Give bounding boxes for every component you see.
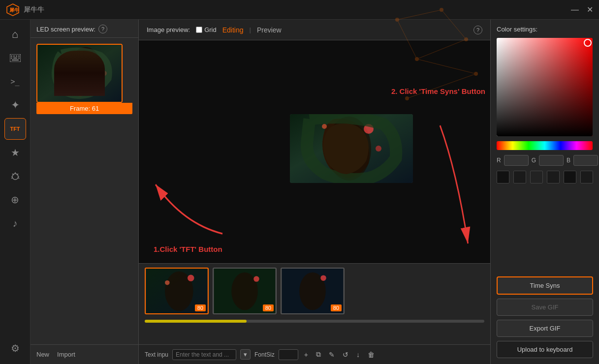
delete-icon-btn[interactable]: 🗑 — [366, 350, 377, 360]
rgb-row: R 255 G 255 B 255 — [497, 155, 593, 166]
r-value-input[interactable]: 255 — [504, 155, 529, 166]
close-button[interactable]: ✕ — [587, 5, 593, 14]
font-size-input[interactable]: 16 — [279, 349, 298, 360]
tab-editing[interactable]: Editing — [222, 26, 244, 34]
center-canvas: 1.Click 'TFT' Button 2. Click 'Time Syns… — [139, 40, 490, 263]
download-icon-btn[interactable]: ↓ — [354, 350, 362, 360]
title-bar-left: 犀牛 犀牛牛 — [6, 3, 44, 17]
svg-rect-10 — [12, 60, 19, 61]
sidebar: ⌂ >_ ✦ TFT ★ ⊕ ♪ ⚙ — [0, 20, 31, 364]
right-buttons: Time Syns Save GIF Export GIF Upload to … — [497, 276, 593, 358]
color-panel: Color settings: — [491, 20, 599, 364]
b-value-input[interactable]: 255 — [573, 155, 598, 166]
sidebar-icon-music[interactable]: ♪ — [4, 212, 26, 234]
svg-point-21 — [91, 58, 98, 65]
text-input-label: Text inpu — [145, 351, 168, 358]
export-gif-button[interactable]: Export GIF — [497, 320, 593, 337]
main-layout: ⌂ >_ ✦ TFT ★ ⊕ ♪ ⚙ LED screen preview: ? — [0, 20, 599, 364]
color-swatch-6[interactable] — [580, 171, 593, 183]
svg-point-28 — [376, 146, 381, 152]
svg-point-35 — [165, 280, 170, 285]
svg-rect-7 — [11, 58, 12, 59]
main-preview-image — [290, 114, 413, 183]
led-panel-header: LED screen preview: ? — [31, 20, 138, 38]
text-input-dropdown[interactable]: ▾ — [240, 349, 251, 360]
color-swatch-1[interactable] — [497, 171, 509, 183]
preview-image-svg — [290, 114, 413, 183]
filmstrip-area: 80 80 80 — [139, 263, 490, 344]
sidebar-icon-home[interactable]: ⌂ — [4, 24, 26, 45]
title-bar-controls: — ✕ — [571, 5, 593, 14]
sidebar-icon-bug[interactable] — [4, 165, 26, 187]
color-swatch-3[interactable] — [530, 171, 543, 183]
time-syns-button[interactable]: Time Syns — [497, 276, 593, 295]
svg-point-22 — [63, 63, 69, 69]
image-preview-label: Image preview: — [147, 26, 190, 33]
film-thumb-2[interactable]: 80 — [213, 268, 277, 314]
frame-image-svg — [37, 45, 122, 102]
frame-thumbnail[interactable] — [36, 44, 123, 103]
svg-rect-9 — [18, 58, 20, 59]
g-label: G — [532, 157, 536, 164]
sidebar-icon-tft[interactable]: TFT — [4, 118, 26, 140]
svg-rect-5 — [16, 56, 17, 57]
color-swatch-2[interactable] — [513, 171, 526, 183]
sidebar-icon-star[interactable]: ★ — [4, 142, 26, 163]
bottom-toolbar: Text inpu ▾ FontSiz 16 + ⧉ ✎ ↺ ↓ 🗑 — [139, 344, 490, 364]
led-panel-title: LED screen preview: — [36, 26, 95, 33]
filmstrip: 80 80 80 — [145, 268, 484, 317]
grid-checkbox-input[interactable] — [196, 27, 202, 33]
b-label: B — [567, 157, 570, 164]
center-panel: Image preview: Grid Editing | Preview ? — [139, 20, 491, 364]
film-thumb-1[interactable]: 80 — [145, 268, 209, 314]
add-icon-btn[interactable]: + — [302, 350, 310, 360]
undo-icon-btn[interactable]: ↺ — [341, 350, 350, 360]
sidebar-icon-light[interactable]: ✦ — [4, 94, 26, 116]
svg-rect-43 — [497, 38, 593, 136]
color-swatches — [497, 171, 593, 183]
led-help-button[interactable]: ? — [98, 25, 107, 33]
frame-label: Frame: 61 — [36, 103, 132, 114]
copy-icon-btn[interactable]: ⧉ — [314, 349, 323, 360]
svg-line-17 — [11, 178, 12, 179]
svg-point-41 — [320, 275, 326, 280]
color-swatch-5[interactable] — [564, 171, 576, 183]
center-header-help: ? — [473, 26, 482, 34]
text-input-field[interactable] — [172, 349, 236, 360]
font-size-label: FontSiz — [254, 351, 275, 358]
g-value-input[interactable]: 255 — [539, 155, 564, 166]
app-title: 犀牛牛 — [24, 5, 44, 14]
color-picker-gradient[interactable] — [497, 38, 593, 136]
center-help-button[interactable]: ? — [473, 26, 482, 34]
tab-divider: | — [250, 26, 251, 33]
sidebar-icon-keyboard[interactable] — [4, 47, 26, 69]
svg-rect-4 — [13, 56, 15, 57]
upload-keyboard-button[interactable]: Upload to keyboard — [497, 341, 593, 358]
svg-rect-6 — [18, 56, 20, 57]
sidebar-icon-settings[interactable]: ⚙ — [4, 337, 26, 359]
color-swatch-4[interactable] — [547, 171, 560, 183]
new-button[interactable]: New — [36, 349, 49, 360]
import-button[interactable]: Import — [57, 349, 75, 360]
svg-point-38 — [253, 276, 259, 281]
svg-point-34 — [188, 274, 194, 281]
r-label: R — [497, 157, 501, 164]
annotation-2: 2. Click 'Time Syns' Button — [391, 87, 485, 95]
save-gif-button[interactable]: Save GIF — [497, 299, 593, 316]
sidebar-icon-globe[interactable]: ⊕ — [4, 189, 26, 211]
svg-point-20 — [69, 47, 102, 95]
led-panel-content: Frame: 61 — [31, 38, 138, 344]
center-header: Image preview: Grid Editing | Preview ? — [139, 20, 490, 40]
progress-bar-container — [145, 320, 484, 323]
tab-preview[interactable]: Preview — [257, 26, 282, 34]
grid-checkbox[interactable]: Grid — [196, 26, 217, 33]
film-badge-3: 80 — [331, 304, 342, 311]
sidebar-icon-terminal[interactable]: >_ — [4, 71, 26, 92]
annotation-1: 1.Click 'TFT' Button — [154, 245, 222, 253]
edit-icon-btn[interactable]: ✎ — [327, 350, 337, 360]
grid-label: Grid — [204, 26, 217, 33]
color-hue-bar[interactable] — [497, 141, 593, 150]
title-bar: 犀牛 犀牛牛 — ✕ — [0, 0, 599, 20]
minimize-button[interactable]: — — [571, 5, 579, 14]
film-thumb-3[interactable]: 80 — [281, 268, 345, 314]
